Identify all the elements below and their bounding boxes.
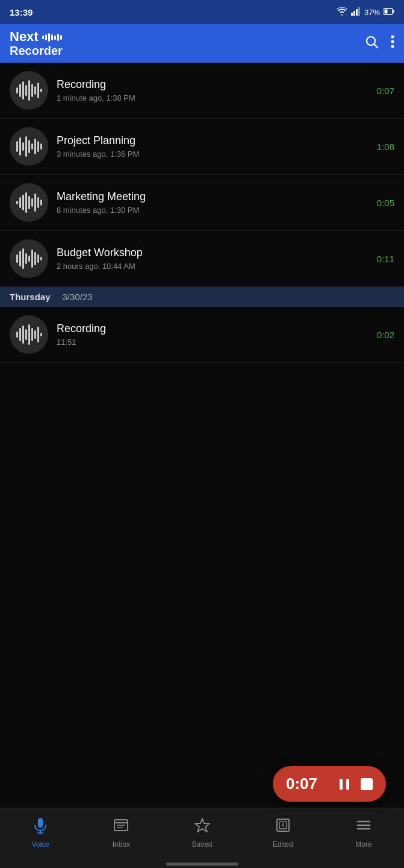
waveform-thumbnail-4 [10,239,48,278]
more-options-button[interactable] [391,34,394,52]
nav-item-saved[interactable]: Saved [161,814,242,851]
recordings-list: Recording 1 minute ago, 1:38 PM 0:07 Pro… [0,63,404,363]
recording-item-5[interactable]: Recording 11:51 0:02 [0,307,404,363]
svg-rect-24 [25,136,27,157]
svg-rect-25 [28,140,30,153]
svg-rect-57 [340,779,343,790]
wave-bar-1 [42,36,44,39]
app-header: Next Recorder [0,24,404,63]
nav-item-voice[interactable]: Voice [0,814,81,851]
svg-rect-44 [31,250,33,268]
wifi-icon [337,7,347,17]
svg-rect-51 [25,329,27,340]
svg-rect-43 [28,256,30,262]
nav-item-inbox[interactable]: Inbox [81,814,161,851]
wave-bar-5 [54,36,56,40]
status-bar: 13:39 37% [0,0,404,24]
recording-item-2[interactable]: Project Planning 3 minutes ago, 1:36 PM … [0,119,404,175]
saved-icon [194,817,211,838]
logo-title-recorder: Recorder [10,44,63,57]
nav-label-more: More [355,840,371,849]
section-date: 3/30/23 [63,292,93,302]
voice-icon [32,817,49,838]
gesture-bar [166,863,238,866]
nav-label-inbox: Inbox [113,840,130,849]
svg-rect-47 [40,257,42,260]
recording-meta-4: 2 hours ago, 10:44 AM [57,262,372,271]
search-button[interactable] [364,34,379,52]
wave-bar-6 [57,34,59,41]
svg-rect-20 [40,89,42,92]
svg-rect-28 [37,141,39,152]
status-time: 13:39 [10,7,33,17]
recording-duration-3: 0:05 [377,198,394,208]
svg-rect-12 [16,87,18,93]
svg-marker-66 [195,819,210,832]
pause-button[interactable] [338,778,351,791]
recording-duration-2: 1:08 [377,142,394,152]
nav-item-edited[interactable]: Edited [243,814,323,851]
svg-rect-29 [40,143,42,149]
svg-rect-55 [37,327,39,342]
waveform-thumbnail-1 [10,71,48,110]
svg-rect-54 [34,330,36,339]
nav-item-more[interactable]: More [323,814,404,851]
svg-rect-67 [277,819,289,831]
svg-rect-53 [31,328,33,341]
svg-rect-31 [19,197,21,208]
svg-rect-38 [40,200,42,206]
svg-rect-17 [31,84,33,97]
svg-rect-16 [28,80,30,101]
svg-rect-35 [31,198,33,207]
recording-item-1[interactable]: Recording 1 minute ago, 1:38 PM 0:07 [0,63,404,119]
stop-icon [361,778,373,790]
svg-rect-68 [279,822,287,829]
recording-duration-1: 0:07 [377,86,394,96]
recording-title-3: Marketing Meeting [57,190,372,203]
stop-button[interactable] [361,778,373,790]
svg-rect-0 [351,13,353,16]
waveform-thumbnail-5 [10,315,48,354]
svg-rect-48 [16,332,18,338]
recording-meta-1: 1 minute ago, 1:38 PM [57,93,372,102]
svg-rect-56 [40,333,42,336]
svg-rect-36 [34,193,36,212]
svg-rect-32 [22,195,24,210]
svg-rect-59 [38,818,43,828]
recording-info-2: Project Planning 3 minutes ago, 1:36 PM [57,134,372,159]
svg-rect-1 [353,11,355,16]
recording-item-4[interactable]: Budget Workshop 2 hours ago, 10:44 AM 0:… [0,231,404,287]
logo-title-next: Next [10,30,39,44]
svg-rect-41 [22,248,24,269]
svg-rect-27 [34,139,36,154]
waveform-thumbnail-3 [10,183,48,222]
edited-icon [275,817,291,838]
recording-item-3[interactable]: Marketing Meeting 8 minutes ago, 1:30 PM… [0,175,404,231]
app-logo: Next Recorder [10,30,63,57]
more-icon [355,817,372,838]
svg-point-10 [391,40,394,43]
player-time: 0:07 [286,775,328,793]
svg-rect-2 [356,9,358,16]
svg-rect-40 [19,251,21,266]
waveform-thumbnail-2 [10,127,48,166]
svg-rect-6 [393,10,395,13]
svg-rect-46 [37,254,39,263]
svg-rect-23 [22,142,24,151]
recording-title-1: Recording [57,78,372,91]
svg-point-11 [391,45,394,48]
svg-rect-42 [25,253,27,264]
svg-rect-50 [22,326,24,344]
svg-rect-18 [34,86,36,95]
recording-duration-4: 0:11 [377,254,394,264]
signal-icon [351,7,361,17]
recording-info-5: Recording 11:51 [57,322,372,347]
player-pill: 0:07 [273,766,386,802]
svg-rect-52 [28,324,30,345]
svg-rect-30 [16,201,18,204]
recording-info-3: Marketing Meeting 8 minutes ago, 1:30 PM [57,190,372,215]
nav-label-saved: Saved [191,840,212,849]
svg-rect-39 [16,254,18,263]
recording-title-5: Recording [57,322,372,335]
bottom-nav: Voice Inbox Saved [0,808,404,868]
